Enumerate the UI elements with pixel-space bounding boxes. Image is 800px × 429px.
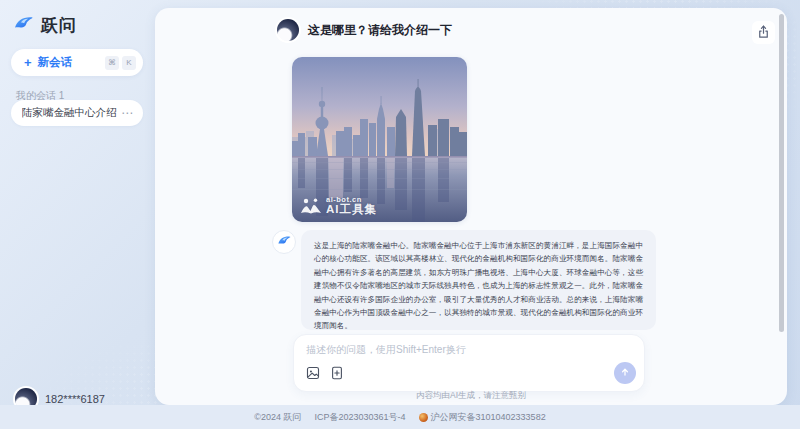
user-message-row: 这是哪里？请给我介绍一下 bbox=[277, 19, 452, 41]
chat-panel: 这是哪里？请给我介绍一下 bbox=[155, 8, 787, 405]
user-message-text: 这是哪里？请给我介绍一下 bbox=[308, 22, 452, 39]
new-chat-label: 新会话 bbox=[38, 55, 102, 70]
watermark-name: AI工具集 bbox=[326, 204, 377, 215]
file-add-icon bbox=[330, 366, 344, 383]
share-icon bbox=[756, 24, 771, 42]
new-chat-button[interactable]: + 新会话 ⌘ K bbox=[11, 49, 143, 76]
footer-police[interactable]: 沪公网安备31010402333582 bbox=[419, 411, 546, 424]
app-logo-icon bbox=[277, 233, 292, 252]
footer: ©2024 跃问 ICP备2023030361号-4 沪公网安备31010402… bbox=[0, 405, 800, 429]
file-upload-button[interactable] bbox=[330, 366, 344, 383]
footer-copyright: ©2024 跃问 bbox=[254, 411, 301, 424]
app-logo-icon bbox=[13, 12, 35, 38]
send-button[interactable] bbox=[614, 362, 636, 384]
attached-image-lujiazui-skyline[interactable]: ai-bot.cn AI工具集 bbox=[292, 57, 467, 222]
kbd-cmd-badge: ⌘ bbox=[105, 56, 119, 70]
police-badge-icon bbox=[419, 413, 428, 422]
image-watermark: ai-bot.cn AI工具集 bbox=[300, 195, 377, 215]
more-icon[interactable]: ⋯ bbox=[121, 106, 134, 120]
plus-icon: + bbox=[24, 55, 32, 70]
footer-icp[interactable]: ICP备2023030361号-4 bbox=[315, 411, 406, 424]
brand-title: 跃问 bbox=[41, 14, 77, 37]
kbd-k-badge: K bbox=[122, 56, 136, 70]
brand-logo: 跃问 bbox=[13, 12, 77, 38]
user-phone: 182****6187 bbox=[45, 393, 105, 405]
footer-police-text: 沪公网安备31010402333582 bbox=[431, 411, 546, 424]
composer bbox=[293, 334, 645, 392]
assistant-message-text: 这是上海的陆家嘴金融中心。陆家嘴金融中心位于上海市浦东新区的黄浦江畔，是上海国际… bbox=[301, 230, 656, 330]
conversation-item[interactable]: 陆家嘴金融中心介绍 ⋯ bbox=[11, 100, 143, 126]
ai-bot-logo-icon bbox=[300, 197, 322, 215]
assistant-avatar bbox=[272, 230, 296, 254]
message-input[interactable] bbox=[306, 343, 606, 365]
ai-disclaimer: 内容均由AI生成，请注意甄别 bbox=[155, 390, 787, 402]
arrow-up-icon bbox=[619, 366, 631, 381]
image-upload-button[interactable] bbox=[306, 366, 320, 383]
sidebar: 跃问 + 新会话 ⌘ K 我的会话 1 陆家嘴金融中心介绍 ⋯ 182****6… bbox=[0, 0, 155, 405]
user-avatar bbox=[277, 19, 299, 41]
image-icon bbox=[306, 366, 320, 383]
conversation-title: 陆家嘴金融中心介绍 bbox=[22, 106, 121, 120]
share-button[interactable] bbox=[752, 21, 775, 44]
scrollbar-thumb[interactable] bbox=[779, 14, 784, 332]
